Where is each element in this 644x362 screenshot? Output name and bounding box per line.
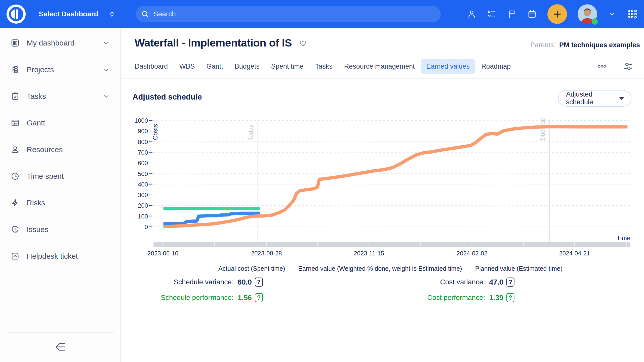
chevron-down-icon	[102, 92, 111, 101]
sidebar-divider	[7, 332, 114, 333]
more-tabs-button[interactable]	[598, 62, 606, 71]
help-icon[interactable]: ?	[506, 278, 514, 287]
tab-dashboard[interactable]: Dashboard	[129, 59, 174, 74]
x-tick-label: 2023-11-15	[354, 250, 384, 257]
gantt-icon	[11, 118, 20, 127]
easy-project-logo[interactable]	[6, 4, 27, 25]
earned-value-chart: 01002003004005006007008009001000CostsTod…	[118, 118, 634, 259]
stat-value: 47.0	[489, 278, 503, 286]
parents-value[interactable]: PM techniques examples	[559, 41, 640, 49]
stat-cost-performance: Cost performance:1.39?	[427, 292, 514, 303]
y-tick-label: 500	[138, 170, 148, 177]
tab-gantt[interactable]: Gantt	[201, 59, 229, 74]
my-tasks-button[interactable]	[487, 9, 497, 19]
calendar-button[interactable]	[527, 9, 537, 19]
tab-tasks[interactable]: Tasks	[309, 59, 338, 74]
tab-budgets[interactable]: Budgets	[229, 59, 265, 74]
sidebar-item-label: Projects	[27, 65, 54, 74]
x-tick-label: 2023-08-28	[251, 250, 282, 257]
chevron-up-down-icon	[108, 10, 116, 19]
stat-value: 60.0	[238, 278, 252, 286]
collapse-sidebar-button[interactable]	[54, 341, 66, 353]
legend-item-actual-cost[interactable]: Actual cost (Spent time)	[218, 265, 285, 272]
flag-icon	[507, 9, 517, 19]
plus-icon	[552, 9, 562, 19]
sidebar-item-risks[interactable]: Risks	[0, 194, 120, 212]
parents-label: Parents:	[530, 41, 556, 49]
collapse-sidebar-icon	[54, 341, 66, 353]
favorite-button[interactable]	[298, 38, 307, 48]
y-axis-label: Costs	[152, 124, 159, 140]
sidebar-item-tasks[interactable]: Tasks	[0, 87, 120, 105]
lightning-icon	[11, 198, 20, 207]
dashboard-selector[interactable]: Select Dashboard	[37, 0, 117, 28]
schedule-type-dropdown[interactable]: Adjusted schedule	[558, 90, 631, 107]
header-divider	[121, 78, 644, 79]
logo-icon	[6, 4, 27, 25]
ticket-up-icon	[11, 252, 20, 261]
sliders-icon	[623, 61, 633, 71]
topbar-actions	[467, 0, 638, 28]
sidebar-item-time-spent[interactable]: Time spent	[0, 167, 120, 185]
add-new-button[interactable]	[547, 4, 567, 24]
tab-roadmap[interactable]: Roadmap	[475, 59, 516, 74]
sidebar-item-my-dashboard[interactable]: My dashboard	[0, 34, 120, 52]
search-bar[interactable]	[136, 6, 441, 22]
legend-item-earned-value[interactable]: Earned value (Weighted % done, weight is…	[298, 265, 462, 272]
sidebar-nav: My dashboardProjectsTasksGanttResourcesT…	[0, 34, 120, 274]
stat-value: 1.39	[489, 294, 503, 302]
page-settings-button[interactable]	[623, 61, 633, 71]
tab-wbs[interactable]: WBS	[174, 59, 201, 74]
sidebar-item-resources[interactable]: Resources	[0, 141, 120, 158]
chart-gridlines: 01002003004005006007008009001000	[135, 118, 631, 230]
octagon-alert-icon	[11, 225, 20, 234]
y-tick-label: 300	[138, 192, 148, 198]
search-input[interactable]	[153, 10, 441, 18]
dashboard-selector-label: Select Dashboard	[39, 10, 98, 18]
stat-cost-variance: Cost variance:47.0?	[440, 277, 514, 288]
apps-button[interactable]	[626, 8, 638, 20]
profile-icon	[467, 9, 476, 19]
sidebar-item-projects[interactable]: Projects	[0, 61, 120, 78]
help-icon[interactable]: ?	[255, 278, 263, 287]
stat-value: 1.56	[238, 294, 252, 302]
tab-resource-management[interactable]: Resource management	[338, 59, 421, 74]
stat-schedule-variance: Schedule variance:60.0?	[174, 277, 263, 288]
search-icon	[141, 10, 149, 18]
flags-button[interactable]	[507, 9, 517, 19]
x-tick-label: 2024-04-21	[559, 250, 590, 257]
time-axis-scrollbar[interactable]	[153, 242, 630, 247]
sidebar-item-helpdesk-ticket[interactable]: Helpdesk ticket	[0, 247, 120, 265]
chevron-down-icon	[102, 65, 111, 74]
sidebar-item-issues[interactable]: Issues	[0, 221, 120, 238]
main-content: Waterfall - Implementation of IS Parents…	[121, 28, 644, 362]
clipboard-check-icon	[11, 92, 20, 101]
legend-item-planned-value[interactable]: Planned value (Estimated time)	[475, 265, 562, 272]
help-icon[interactable]: ?	[506, 293, 514, 302]
dropdown-value: Adjusted schedule	[566, 90, 619, 106]
topbar: Select Dashboard	[0, 0, 644, 28]
tab-row: DashboardWBSGanttBudgetsSpent timeTasksR…	[129, 59, 636, 74]
more-dots-icon	[598, 62, 606, 71]
marker-label-due-date: Due date	[539, 118, 546, 141]
x-tick-label: 2024-02-02	[457, 250, 488, 257]
section-title: Adjusted schedule	[133, 93, 202, 102]
chart-legend: Actual cost (Spent time)Earned value (We…	[152, 265, 629, 272]
heart-icon	[298, 38, 307, 48]
clock-icon	[11, 172, 20, 181]
tab-spent-time[interactable]: Spent time	[265, 59, 309, 74]
sidebar-item-gantt[interactable]: Gantt	[0, 114, 120, 132]
stat-label: Schedule variance:	[174, 278, 233, 286]
user-avatar[interactable]	[578, 4, 597, 24]
profile-button[interactable]	[467, 9, 476, 19]
tab-earned-values[interactable]: Earned values	[421, 59, 476, 74]
page-title: Waterfall - Implementation of IS	[135, 37, 292, 49]
sidebar-item-label: My dashboard	[27, 39, 74, 47]
stat-label: Schedule performance:	[161, 294, 234, 302]
chevron-down-icon	[608, 10, 616, 18]
online-status-dot	[592, 18, 598, 25]
help-icon[interactable]: ?	[255, 293, 263, 302]
marker-label-today: Today	[247, 124, 254, 141]
dashboard-icon	[11, 38, 20, 48]
profile-menu-button[interactable]	[608, 10, 616, 18]
